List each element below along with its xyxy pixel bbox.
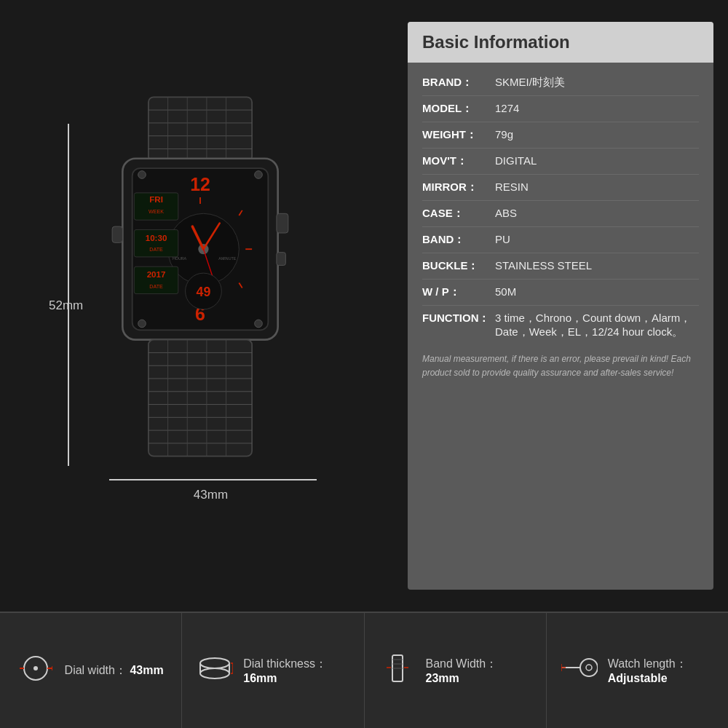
dial-width-text: Dial width： 43mm [65, 663, 164, 678]
info-row-label: FUNCTION： [422, 312, 495, 325]
dial-width-label: Dial width： [65, 664, 127, 676]
svg-text:12: 12 [190, 174, 210, 194]
dimension-label-height: 52mm [49, 298, 83, 313]
dial-thickness-label: Dial thickness： [243, 657, 327, 670]
svg-rect-11 [277, 253, 285, 266]
info-title: Basic Information [408, 22, 713, 63]
info-row-value: PU [495, 233, 699, 245]
dial-width-icon [18, 654, 55, 687]
info-panel: Basic Information BRAND：SKMEI/时刻美MODEL：1… [408, 22, 713, 590]
svg-point-66 [200, 658, 229, 668]
band-width-label: Band Width： [426, 657, 498, 670]
svg-marker-65 [52, 666, 52, 670]
info-row-label: WEIGHT： [422, 128, 495, 142]
svg-rect-47 [149, 340, 252, 456]
info-row-label: MODEL： [422, 102, 495, 116]
info-row: BUCKLE：STAINLESS STEEL [422, 253, 699, 280]
spec-dial-width: Dial width： 43mm [0, 613, 182, 728]
watch-image: 12 9 6 SKMEI PM [84, 80, 317, 502]
watch-length-label: Watch length： [608, 657, 687, 670]
svg-text:10:30: 10:30 [146, 234, 167, 242]
spec-dial-thickness: Dial thickness： 16mm [182, 613, 364, 728]
info-row: BRAND：SKMEI/时刻美 [422, 70, 699, 96]
info-row-label: BUCKLE： [422, 259, 495, 273]
info-row-label: MOV'T： [422, 154, 495, 168]
svg-rect-0 [149, 97, 252, 162]
bottom-specs-bar: Dial width： 43mm Dial thickness： 16mm [0, 612, 728, 728]
info-row: W / P：50M [422, 280, 699, 306]
info-row-value: 50M [495, 285, 699, 298]
dial-width-value: 43mm [130, 664, 163, 676]
svg-point-80 [586, 665, 592, 670]
watch-length-text: Watch length： Adjustable [608, 657, 713, 685]
info-row: MODEL：1274 [422, 96, 699, 122]
svg-rect-10 [277, 213, 288, 233]
info-row-label: MIRROR： [422, 181, 495, 194]
band-width-icon [379, 654, 416, 688]
dial-thickness-text: Dial thickness： 16mm [243, 657, 349, 685]
band-width-text: Band Width： 23mm [426, 657, 531, 685]
info-row-value: STAINLESS STEEL [495, 259, 699, 272]
watch-area: 52mm 43mm [15, 15, 393, 597]
svg-point-44 [255, 320, 263, 328]
dial-thickness-icon [197, 654, 233, 687]
spec-band-width: Band Width： 23mm [365, 613, 547, 728]
svg-rect-12 [112, 226, 122, 242]
info-row-value: SKMEI/时刻美 [495, 76, 699, 90]
info-row: MIRROR：RESIN [422, 175, 699, 201]
info-body: BRAND：SKMEI/时刻美MODEL：1274WEIGHT：79gMOV'T… [408, 63, 713, 590]
svg-text:49: 49 [197, 285, 211, 299]
svg-text:DATE: DATE [149, 247, 163, 253]
watch-length-value: Adjustable [608, 672, 668, 684]
info-row-value: 79g [495, 128, 699, 141]
main-container: 52mm 43mm [0, 0, 728, 728]
info-row: BAND：PU [422, 227, 699, 253]
svg-point-61 [33, 666, 38, 670]
svg-text:HOURA: HOURA [173, 256, 187, 261]
info-row-value: RESIN [495, 181, 699, 193]
svg-point-41 [138, 171, 146, 179]
svg-text:AMINUTE: AMINUTE [218, 256, 236, 261]
info-row: FUNCTION：3 time，Chrono，Count down，Alarm，… [422, 306, 699, 345]
svg-point-79 [580, 659, 598, 676]
info-row-label: BAND： [422, 233, 495, 247]
svg-text:DATE: DATE [149, 284, 163, 290]
spec-watch-length: Watch length： Adjustable [547, 613, 728, 728]
svg-point-43 [138, 320, 146, 328]
info-row-label: W / P： [422, 285, 495, 299]
info-row-value: 1274 [495, 102, 699, 114]
info-row: WEIGHT：79g [422, 122, 699, 149]
info-row: CASE：ABS [422, 201, 699, 227]
info-rows: BRAND：SKMEI/时刻美MODEL：1274WEIGHT：79gMOV'T… [422, 70, 699, 345]
top-section: 52mm 43mm [0, 0, 728, 612]
svg-point-69 [200, 668, 229, 678]
watch-length-icon [561, 655, 598, 686]
info-row-label: BRAND： [422, 76, 495, 90]
svg-point-42 [255, 171, 263, 179]
svg-text:WEEK: WEEK [149, 209, 164, 215]
info-row-value: 3 time，Chrono，Count down，Alarm，Date，Week… [495, 312, 699, 339]
info-row: MOV'T：DIGITAL [422, 149, 699, 175]
svg-text:FRI: FRI [149, 195, 163, 204]
info-row-label: CASE： [422, 207, 495, 221]
band-width-value: 23mm [426, 672, 459, 684]
dimension-line-vertical [68, 124, 69, 466]
watch-svg-container: 52mm 43mm [47, 58, 360, 553]
svg-text:2017: 2017 [147, 270, 166, 279]
info-row-value: DIGITAL [495, 154, 699, 167]
dial-thickness-value: 16mm [243, 672, 277, 684]
info-row-value: ABS [495, 207, 699, 219]
info-note: Manual measurement, if there is an error… [422, 352, 699, 380]
